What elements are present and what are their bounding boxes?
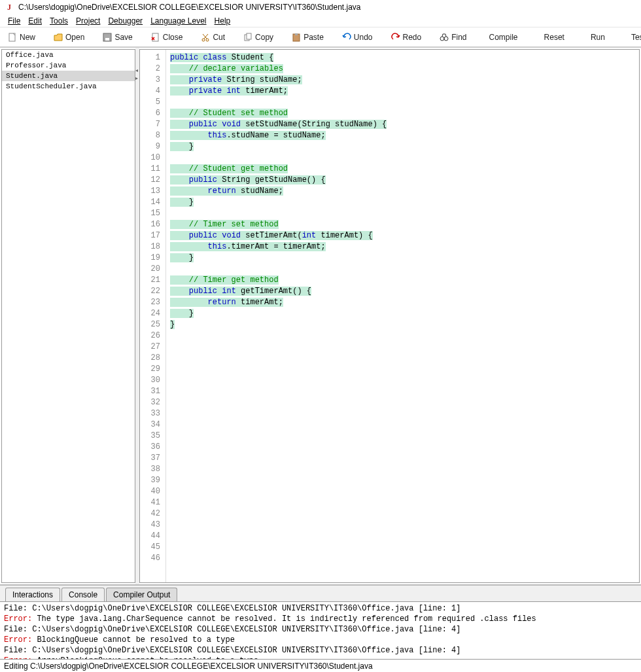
cut-button[interactable]: Cut <box>196 31 230 44</box>
status-bar: Editing C:\Users\dogpig\OneDrive\EXCELSI… <box>0 659 641 672</box>
copy-button[interactable]: Copy <box>238 31 279 44</box>
menu-debugger[interactable]: Debugger <box>105 15 145 27</box>
main-pane: Office.javaProfessor.javaStudent.javaStu… <box>0 47 641 584</box>
reset-button[interactable]: Reset <box>535 31 574 44</box>
open-button[interactable]: Open <box>48 31 90 44</box>
undo-arrow-icon <box>342 33 351 42</box>
close-file-icon <box>151 33 160 42</box>
menu-tools[interactable]: Tools <box>47 15 71 27</box>
new-file-icon <box>8 33 17 42</box>
svg-rect-9 <box>295 33 298 35</box>
menu-file[interactable]: File <box>5 15 23 27</box>
menu-project[interactable]: Project <box>73 15 103 27</box>
open-folder-icon <box>54 33 63 42</box>
toolbar: New Open Save Close Cut Copy Paste Undo … <box>0 27 641 47</box>
code-area[interactable]: public class Student { // declare variab… <box>166 50 639 582</box>
menu-language-level[interactable]: Language Level <box>148 15 209 27</box>
status-text: Editing C:\Users\dogpig\OneDrive\EXCELSI… <box>4 662 373 671</box>
svg-point-4 <box>202 39 205 41</box>
close-button[interactable]: Close <box>146 31 188 44</box>
bottom-tab[interactable]: Interactions <box>5 588 60 601</box>
bottom-tab[interactable]: Compiler Output <box>106 588 177 601</box>
redo-button[interactable]: Redo <box>386 31 427 44</box>
binoculars-icon <box>440 33 449 42</box>
bottom-tabs: InteractionsConsoleCompiler Output <box>0 584 641 601</box>
redo-arrow-icon <box>391 33 400 42</box>
svg-point-11 <box>444 37 448 41</box>
file-item[interactable]: Office.java <box>2 50 135 60</box>
svg-rect-2 <box>105 38 109 41</box>
copy-pages-icon <box>243 33 252 42</box>
menu-bar: File Edit Tools Project Debugger Languag… <box>0 14 641 27</box>
app-logo-icon: J <box>4 2 14 12</box>
title-bar: J C:\Users\dogpig\OneDrive\EXCELSIOR COL… <box>0 0 641 14</box>
svg-point-5 <box>206 39 209 41</box>
scissors-icon <box>201 33 210 42</box>
paste-button[interactable]: Paste <box>286 31 329 44</box>
file-item[interactable]: Professor.java <box>2 60 135 71</box>
menu-edit[interactable]: Edit <box>26 15 44 27</box>
undo-button[interactable]: Undo <box>337 31 378 44</box>
menu-help[interactable]: Help <box>212 15 234 27</box>
compiler-output[interactable]: File: C:\Users\dogpig\OneDrive\EXCELSIOR… <box>0 601 641 659</box>
save-disk-icon <box>103 33 112 42</box>
run-button[interactable]: Run <box>581 31 614 44</box>
file-list[interactable]: Office.javaProfessor.javaStudent.javaStu… <box>1 49 135 583</box>
find-button[interactable]: Find <box>434 31 472 44</box>
test-button[interactable]: Test <box>622 31 641 44</box>
svg-rect-7 <box>247 33 251 39</box>
split-handle[interactable] <box>135 48 139 584</box>
save-button[interactable]: Save <box>97 31 137 44</box>
window-title: C:\Users\dogpig\OneDrive\EXCELSIOR COLLE… <box>18 3 361 12</box>
svg-rect-3 <box>152 33 158 41</box>
file-item[interactable]: StudentScheduler.java <box>2 81 135 92</box>
compile-button[interactable]: Compile <box>480 31 527 44</box>
clipboard-icon <box>292 33 301 42</box>
new-button[interactable]: New <box>3 31 41 44</box>
bottom-tab[interactable]: Console <box>61 588 105 601</box>
editor[interactable]: 1234567891011121314151617181920212223242… <box>139 49 640 583</box>
svg-point-10 <box>440 37 444 41</box>
file-item[interactable]: Student.java <box>2 71 135 81</box>
line-gutter: 1234567891011121314151617181920212223242… <box>140 50 166 582</box>
